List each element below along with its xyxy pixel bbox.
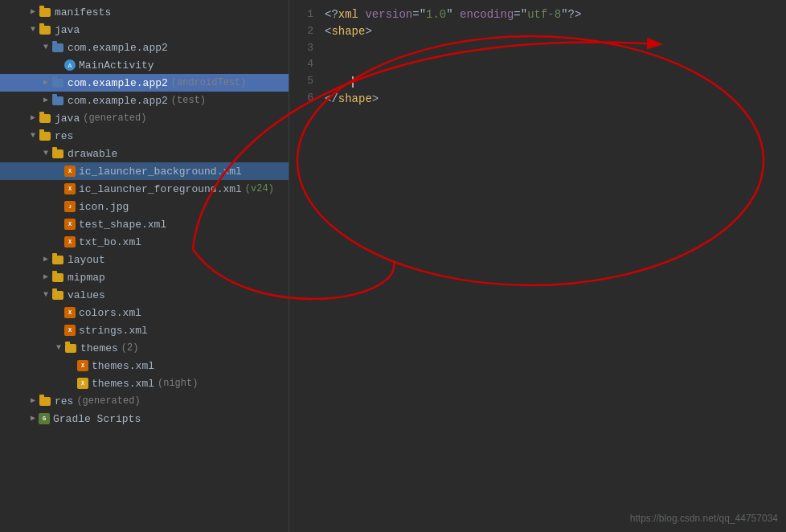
- arrow-icon: ▶: [27, 113, 39, 124]
- xml-icon: X: [77, 360, 88, 371]
- tree-item-res-generated[interactable]: ▶ res (generated): [0, 392, 289, 410]
- folder-icon: [51, 41, 64, 54]
- code-line-1: <?xml version="1.0" encoding="utf-8"?>: [325, 6, 786, 23]
- item-label: drawable: [68, 148, 117, 160]
- item-label: java: [55, 113, 80, 125]
- tree-item-mipmap[interactable]: ▶ mipmap: [0, 268, 289, 286]
- item-label: mipmap: [68, 272, 105, 284]
- item-label: com.example.app2: [68, 95, 168, 107]
- xml-icon: X: [64, 325, 76, 336]
- arrow-icon: ▶: [27, 6, 39, 18]
- tree-item-java-generated[interactable]: ▶ java (generated): [0, 109, 289, 127]
- folder-icon: [64, 342, 77, 354]
- item-suffix: (2): [121, 342, 139, 354]
- item-label: icon.jpg: [79, 201, 129, 213]
- tree-item-res[interactable]: ▼ res: [0, 127, 289, 145]
- item-label: strings.xml: [79, 325, 148, 337]
- code-content[interactable]: <?xml version="1.0" encoding="utf-8"?> <…: [321, 6, 786, 526]
- item-label: java: [55, 24, 80, 36]
- xml-attr-name: version: [365, 8, 412, 21]
- arrow-icon: ▼: [53, 342, 64, 354]
- item-label: com.example.app2: [68, 42, 168, 54]
- line-num-5: 5: [289, 73, 313, 90]
- gradle-icon: G: [39, 413, 50, 424]
- item-label: themes.xml: [92, 360, 154, 372]
- arrow-icon: ▶: [40, 254, 51, 265]
- tree-item-ic-launcher-bg[interactable]: X ic_launcher_background.xml: [0, 162, 289, 180]
- folder-icon: [51, 253, 64, 266]
- tree-item-colors[interactable]: X colors.xml: [0, 304, 289, 321]
- item-suffix: (night): [158, 378, 198, 389]
- folder-icon: [39, 6, 51, 18]
- tree-item-gradle-scripts[interactable]: ▶ G Gradle Scripts: [0, 410, 289, 428]
- item-suffix: (test): [171, 95, 206, 106]
- tree-item-drawable[interactable]: ▼ drawable: [0, 145, 289, 162]
- code-editor[interactable]: 1 2 3 4 5 6 <?xml version="1.0" encoding…: [289, 0, 786, 532]
- item-label: colors.xml: [79, 307, 141, 319]
- tree-item-test[interactable]: ▶ com.example.app2 (test): [0, 92, 289, 109]
- tree-item-themes-folder[interactable]: ▼ themes (2): [0, 339, 289, 357]
- tree-item-icon-jpg[interactable]: J icon.jpg: [0, 198, 289, 215]
- tree-item-mainactivity[interactable]: A MainActivity: [0, 56, 289, 74]
- xml-attr-value: 1.0: [426, 8, 446, 21]
- line-num-4: 4: [289, 56, 313, 73]
- item-label: com.example.app2: [68, 77, 168, 89]
- arrow-icon: ▼: [40, 148, 51, 159]
- code-line-4: [325, 57, 786, 74]
- item-label: txt_bo.xml: [79, 236, 141, 248]
- activity-icon: A: [64, 59, 76, 71]
- app-window: ▶ manifests ▼ java ▼ com.example.app2 A …: [0, 0, 786, 532]
- tree-item-manifests[interactable]: ▶ manifests: [0, 3, 289, 21]
- xml-punct: =": [412, 8, 426, 21]
- item-label: themes: [80, 342, 118, 354]
- tree-item-strings[interactable]: X strings.xml: [0, 321, 289, 339]
- xml-icon: X: [64, 307, 76, 318]
- xml-tag: shape: [331, 25, 365, 38]
- folder-icon: [51, 76, 64, 89]
- folder-icon: [51, 271, 64, 284]
- tree-item-values[interactable]: ▼ values: [0, 286, 289, 304]
- item-label: Gradle Scripts: [53, 413, 141, 425]
- code-line-3: [325, 40, 786, 57]
- line-num-2: 2: [289, 23, 313, 40]
- arrow-icon: ▶: [27, 395, 39, 407]
- editor-content: 1 2 3 4 5 6 <?xml version="1.0" encoding…: [289, 0, 786, 532]
- xml-icon: X: [64, 183, 76, 194]
- xml-attr-name: encoding: [460, 8, 514, 21]
- tree-item-test-shape[interactable]: X test_shape.xml: [0, 215, 289, 233]
- folder-icon: [51, 289, 64, 301]
- line-num-3: 3: [289, 40, 313, 57]
- watermark: https://blog.csdn.net/qq_44757034: [630, 513, 778, 524]
- xml-icon: X: [64, 236, 76, 248]
- line-num-6: 6: [289, 90, 313, 107]
- tree-item-com-example-app2[interactable]: ▼ com.example.app2: [0, 39, 289, 56]
- item-label: ic_launcher_background.xml: [79, 166, 242, 178]
- tree-item-java[interactable]: ▼ java: [0, 21, 289, 39]
- item-suffix: (androidTest): [171, 77, 247, 88]
- arrow-icon: ▶: [40, 95, 51, 106]
- folder-icon: [39, 129, 51, 142]
- xml-icon: X: [77, 378, 88, 389]
- xml-attr-value: utf-8: [527, 8, 561, 21]
- xml-punct: >: [372, 92, 379, 105]
- tree-item-txt-bo[interactable]: X txt_bo.xml: [0, 233, 289, 251]
- folder-icon: [39, 112, 51, 125]
- xml-tag: shape: [338, 92, 372, 105]
- item-label: ic_launcher_foreground.xml: [79, 183, 242, 195]
- arrow-icon: ▼: [27, 130, 39, 141]
- tree-item-ic-launcher-fg[interactable]: X ic_launcher_foreground.xml (v24): [0, 180, 289, 198]
- arrow-icon: ▼: [40, 289, 51, 301]
- xml-icon: X: [64, 219, 76, 230]
- xml-punct: >: [365, 25, 371, 38]
- line-num-1: 1: [289, 6, 313, 23]
- tree-item-themes-xml[interactable]: X themes.xml: [0, 357, 289, 374]
- tree-item-themes-xml-night[interactable]: X themes.xml (night): [0, 374, 289, 392]
- project-tree[interactable]: ▶ manifests ▼ java ▼ com.example.app2 A …: [0, 0, 289, 532]
- arrow-icon: ▶: [40, 77, 51, 88]
- item-label: test_shape.xml: [79, 219, 166, 231]
- tree-item-layout[interactable]: ▶ layout: [0, 251, 289, 268]
- item-suffix: (generated): [83, 113, 146, 124]
- xml-punct: </: [325, 92, 338, 105]
- tree-item-androidtest[interactable]: ▶ com.example.app2 (androidTest): [0, 74, 289, 92]
- folder-icon: [39, 395, 51, 407]
